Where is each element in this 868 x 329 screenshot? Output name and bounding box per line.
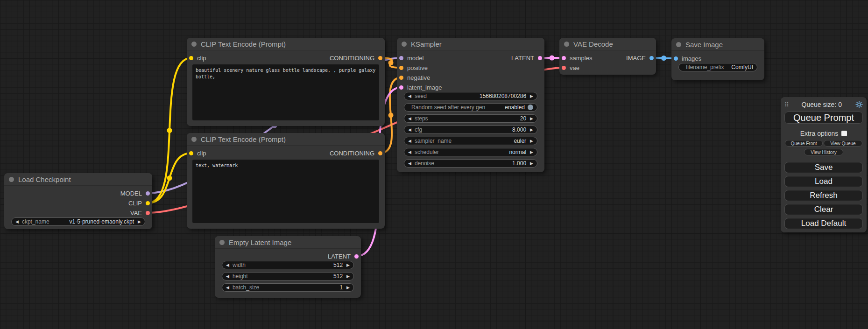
- decrement-arrow-icon[interactable]: ◀: [408, 161, 411, 166]
- empty-latent-image-widget-batch_size[interactable]: ◀batch_size1▶: [222, 283, 354, 292]
- widget-label: scheduler: [415, 149, 439, 155]
- decrement-arrow-icon[interactable]: ◀: [15, 220, 19, 224]
- increment-arrow-icon[interactable]: ▶: [530, 117, 533, 121]
- vae-decode-input-samples[interactable]: samples: [562, 54, 592, 62]
- widget-value: 1: [336, 284, 343, 291]
- ksampler-widget-steps[interactable]: ◀steps20▶: [404, 114, 537, 123]
- extra-options-checkbox[interactable]: [841, 131, 847, 136]
- increment-arrow-icon[interactable]: ▶: [530, 139, 533, 143]
- node-ksampler[interactable]: KSamplermodelpositivenegativelatent_imag…: [397, 38, 544, 172]
- clip-text-encode-positive-title-bar[interactable]: CLIP Text Encode (Prompt): [187, 38, 385, 50]
- ksampler-widget-cfg[interactable]: ◀cfg8.000▶: [404, 126, 537, 134]
- slot-dot-icon[interactable]: [562, 66, 566, 70]
- save-button[interactable]: Save: [784, 162, 863, 173]
- node-clip-text-encode-negative[interactable]: CLIP Text Encode (Prompt)clipCONDITIONIN…: [187, 133, 385, 229]
- clear-button[interactable]: Clear: [784, 204, 863, 215]
- increment-arrow-icon[interactable]: ▶: [530, 150, 533, 154]
- empty-latent-image-widget-width[interactable]: ◀width512▶: [222, 261, 354, 269]
- slot-dot-icon[interactable]: [399, 66, 403, 70]
- slot-dot-icon[interactable]: [189, 151, 193, 155]
- node-load-checkpoint[interactable]: Load CheckpointMODELCLIPVAE◀ckpt_namev1-…: [4, 173, 152, 229]
- save-image-input-images[interactable]: images: [674, 54, 701, 63]
- slot-dot-icon[interactable]: [562, 56, 566, 60]
- decrement-arrow-icon[interactable]: ◀: [408, 128, 411, 132]
- node-clip-text-encode-positive[interactable]: CLIP Text Encode (Prompt)clipCONDITIONIN…: [187, 38, 385, 126]
- decrement-arrow-icon[interactable]: ◀: [408, 94, 411, 98]
- node-save-image[interactable]: Save Imageimagesfilename_prefixComfyUI: [671, 38, 764, 80]
- ksampler-widget-seed[interactable]: ◀seed156680208700286▶: [404, 92, 537, 100]
- drag-handle-icon[interactable]: ⠿: [784, 101, 788, 108]
- ksampler-input-model[interactable]: model: [399, 54, 423, 62]
- ksampler-widget-scheduler[interactable]: ◀schedulernormal▶: [404, 148, 537, 156]
- refresh-button[interactable]: Refresh: [784, 190, 863, 201]
- ksampler-output-LATENT[interactable]: LATENT: [511, 54, 542, 62]
- slot-label: images: [682, 55, 701, 62]
- increment-arrow-icon[interactable]: ▶: [138, 220, 141, 224]
- increment-arrow-icon[interactable]: ▶: [346, 286, 350, 290]
- save-image-title-bar[interactable]: Save Image: [671, 38, 764, 51]
- node-vae-decode[interactable]: VAE DecodesamplesvaeIMAGE: [559, 38, 656, 75]
- ksampler-input-negative[interactable]: negative: [399, 73, 430, 82]
- load-checkpoint-widget-ckpt_name[interactable]: ◀ckpt_namev1-5-pruned-emaonly.ckpt▶: [11, 217, 145, 226]
- node-graph-canvas[interactable]: Load CheckpointMODELCLIPVAE◀ckpt_namev1-…: [0, 0, 868, 329]
- slot-dot-icon[interactable]: [378, 56, 382, 60]
- slot-dot-icon[interactable]: [354, 254, 359, 259]
- load-default-button[interactable]: Load Default: [784, 218, 863, 229]
- load-checkpoint-output-MODEL[interactable]: MODEL: [120, 189, 150, 197]
- ksampler-widget-random-seed-after-every-gen[interactable]: Random seed after every genenabled: [404, 103, 537, 112]
- slot-dot-icon[interactable]: [399, 76, 403, 80]
- ksampler-widget-denoise[interactable]: ◀denoise1.000▶: [404, 159, 537, 168]
- increment-arrow-icon[interactable]: ▶: [346, 274, 350, 279]
- increment-arrow-icon[interactable]: ▶: [530, 161, 533, 166]
- clip-text-encode-positive-input-clip[interactable]: clip: [189, 54, 206, 62]
- queue-front-button[interactable]: Queue Front: [785, 140, 823, 147]
- decrement-arrow-icon[interactable]: ◀: [226, 274, 229, 279]
- clip-text-encode-positive-prompt-textarea[interactable]: beautiful scenery nature glass bottle la…: [192, 64, 379, 120]
- slot-dot-icon[interactable]: [146, 191, 150, 196]
- slot-dot-icon[interactable]: [538, 56, 542, 60]
- decrement-arrow-icon[interactable]: ◀: [408, 139, 411, 143]
- slot-dot-icon[interactable]: [378, 151, 382, 155]
- increment-arrow-icon[interactable]: ▶: [530, 128, 533, 132]
- slot-dot-icon[interactable]: [146, 201, 150, 205]
- settings-gear-icon[interactable]: [855, 101, 863, 108]
- empty-latent-image-widget-height[interactable]: ◀height512▶: [222, 272, 354, 280]
- slot-dot-icon[interactable]: [399, 85, 403, 90]
- ksampler-input-positive[interactable]: positive: [399, 63, 428, 72]
- node-empty-latent-image[interactable]: Empty Latent ImageLATENT◀width512▶◀heigh…: [215, 236, 361, 298]
- view-queue-button[interactable]: View Queue: [824, 140, 862, 147]
- node-title-label: Empty Latent Image: [229, 238, 291, 246]
- clip-text-encode-negative-prompt-textarea[interactable]: text, watermark: [192, 160, 379, 223]
- ksampler-title-bar[interactable]: KSampler: [397, 38, 544, 50]
- clip-text-encode-negative-title-bar[interactable]: CLIP Text Encode (Prompt): [187, 133, 385, 146]
- clip-text-encode-negative-output-CONDITIONING[interactable]: CONDITIONING: [330, 149, 382, 157]
- slot-dot-icon[interactable]: [674, 56, 678, 61]
- ksampler-input-latent_image[interactable]: latent_image: [399, 83, 442, 91]
- decrement-arrow-icon[interactable]: ◀: [408, 150, 411, 154]
- toggle-icon[interactable]: [528, 105, 533, 110]
- load-checkpoint-output-CLIP[interactable]: CLIP: [128, 199, 150, 207]
- load-checkpoint-output-VAE[interactable]: VAE: [130, 209, 150, 217]
- save-image-widget-filename_prefix[interactable]: filename_prefixComfyUI: [678, 63, 757, 71]
- increment-arrow-icon[interactable]: ▶: [530, 94, 533, 98]
- empty-latent-image-title-bar[interactable]: Empty Latent Image: [215, 236, 361, 249]
- decrement-arrow-icon[interactable]: ◀: [226, 263, 229, 267]
- slot-dot-icon[interactable]: [146, 211, 150, 215]
- vae-decode-output-IMAGE[interactable]: IMAGE: [626, 54, 654, 62]
- empty-latent-image-output-LATENT[interactable]: LATENT: [328, 252, 359, 260]
- view-history-button[interactable]: View History: [804, 149, 843, 155]
- clip-text-encode-positive-output-CONDITIONING[interactable]: CONDITIONING: [330, 54, 382, 62]
- clip-text-encode-negative-input-clip[interactable]: clip: [189, 149, 206, 157]
- increment-arrow-icon[interactable]: ▶: [346, 263, 350, 267]
- vae-decode-title-bar[interactable]: VAE Decode: [559, 38, 656, 50]
- slot-dot-icon[interactable]: [649, 56, 654, 60]
- load-button[interactable]: Load: [784, 176, 863, 187]
- decrement-arrow-icon[interactable]: ◀: [226, 286, 229, 290]
- slot-dot-icon[interactable]: [189, 56, 193, 60]
- load-checkpoint-title-bar[interactable]: Load Checkpoint: [4, 173, 152, 186]
- slot-dot-icon[interactable]: [399, 56, 403, 60]
- queue-prompt-button[interactable]: Queue Prompt: [784, 112, 863, 124]
- vae-decode-input-vae[interactable]: vae: [562, 63, 579, 72]
- decrement-arrow-icon[interactable]: ◀: [408, 117, 411, 121]
- ksampler-widget-sampler_name[interactable]: ◀sampler_nameeuler▶: [404, 137, 537, 145]
